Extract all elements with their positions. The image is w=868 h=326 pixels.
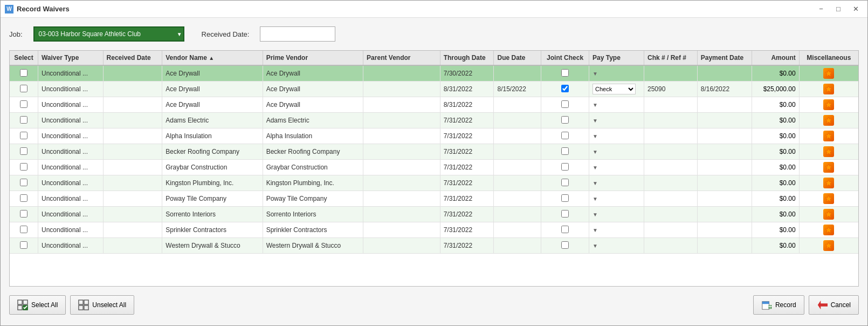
table-row: Unconditional ...Ace DrywallAce Drywall7… [10,65,858,82]
row-received-date [103,97,162,113]
row-joint-check-checkbox[interactable] [561,147,569,155]
row-joint-check-checkbox[interactable] [561,210,569,218]
svg-rect-14 [18,305,22,310]
job-label: Job: [9,30,23,38]
row-parent-vendor [363,128,440,144]
table-row: Unconditional ...Sprinkler ContractorsSp… [10,222,858,238]
row-misc-icon[interactable] [823,178,834,188]
row-payment-date [697,128,752,144]
row-select-checkbox[interactable] [20,116,27,124]
row-received-date [103,207,162,222]
row-misc-icon[interactable] [823,193,834,204]
col-header-miscellaneous: Miscellaneous [799,51,858,65]
row-select-checkbox[interactable] [20,163,27,171]
row-select-checkbox[interactable] [20,194,27,202]
row-misc-icon[interactable] [823,131,834,141]
svg-marker-2 [825,101,832,108]
row-joint-check-checkbox[interactable] [561,100,569,108]
close-button[interactable]: ✕ [848,3,863,15]
row-misc-icon[interactable] [823,225,834,235]
row-waiver-type: Unconditional ... [38,65,103,82]
row-joint-check-checkbox[interactable] [561,194,569,202]
row-select-checkbox[interactable] [20,179,27,186]
minimize-button[interactable]: − [814,3,829,15]
row-misc-icon[interactable] [823,146,834,157]
row-waiver-type: Unconditional ... [38,207,103,222]
row-chk-ref: 25090 [644,82,698,97]
maximize-button[interactable]: □ [831,3,846,15]
row-due-date [494,144,541,160]
row-pay-type-arrow: ▼ [593,71,598,77]
row-through-date: 7/31/2022 [440,128,494,144]
row-parent-vendor [363,160,440,175]
row-misc-icon[interactable] [823,99,834,110]
main-window: W Record Waivers − □ ✕ Job: 03-003 Harbo… [0,0,868,326]
row-select-checkbox[interactable] [20,100,27,108]
row-amount: $25,000.00 [752,82,800,97]
table-row: Unconditional ...Sorrento InteriorsSorre… [10,207,858,222]
row-received-date [103,160,162,175]
unselect-all-icon [78,300,89,310]
row-payment-date [697,175,752,191]
record-button[interactable]: Record [753,295,804,315]
row-received-date [103,238,162,254]
row-misc-icon[interactable] [823,162,834,173]
row-parent-vendor [363,65,440,82]
row-pay-type-select[interactable]: Check [593,84,636,94]
row-select-checkbox[interactable] [20,69,27,77]
row-chk-ref [644,207,698,222]
row-vendor-name: Alpha Insulation [162,128,263,144]
row-pay-type-arrow: ▼ [593,243,598,249]
unselect-all-button[interactable]: Unselect All [70,295,134,315]
svg-rect-12 [18,300,22,304]
row-waiver-type: Unconditional ... [38,82,103,97]
row-chk-ref [644,238,698,254]
row-chk-ref [644,65,698,82]
row-joint-check-checkbox[interactable] [561,69,569,77]
row-select-checkbox[interactable] [20,226,27,233]
cancel-button[interactable]: Cancel [809,295,859,315]
row-parent-vendor [363,113,440,128]
row-pay-type-arrow: ▼ [593,165,598,171]
received-date-input[interactable] [260,26,335,42]
row-misc-icon[interactable] [823,115,834,126]
row-amount: $0.00 [752,160,800,175]
row-parent-vendor [363,222,440,238]
row-select-checkbox[interactable] [20,210,27,218]
row-joint-check-checkbox[interactable] [561,163,569,171]
row-through-date: 7/31/2022 [440,160,494,175]
row-prime-vendor: Sorrento Interiors [263,207,363,222]
row-joint-check-checkbox[interactable] [561,85,569,92]
row-prime-vendor: Adams Electric [263,113,363,128]
row-joint-check-checkbox[interactable] [561,179,569,186]
row-select-checkbox[interactable] [20,241,27,249]
footer: Select All Unselect All [9,293,859,317]
select-all-button[interactable]: Select All [9,295,66,315]
row-joint-check-checkbox[interactable] [561,241,569,249]
row-due-date [494,160,541,175]
col-header-through-date: Through Date [440,51,494,65]
toolbar: Job: 03-003 Harbor Square Athletic Club … [9,26,859,42]
row-select-checkbox[interactable] [20,147,27,155]
row-received-date [103,175,162,191]
row-due-date [494,207,541,222]
row-misc-icon[interactable] [823,240,834,251]
row-select-checkbox[interactable] [20,85,27,92]
row-vendor-name: Ace Drywall [162,97,263,113]
row-pay-type: ▼ [589,97,644,113]
row-joint-check-checkbox[interactable] [561,226,569,233]
row-misc-icon[interactable] [823,68,834,79]
row-misc-icon[interactable] [823,209,834,220]
col-header-parent-vendor: Parent Vendor [363,51,440,65]
row-misc-icon[interactable] [823,84,834,94]
row-select-checkbox[interactable] [20,132,27,139]
row-pay-type: ▼ [589,160,644,175]
cancel-icon [817,300,828,310]
svg-rect-13 [23,300,27,304]
select-all-label: Select All [31,301,58,309]
svg-marker-25 [817,301,827,309]
job-dropdown[interactable]: 03-003 Harbor Square Athletic Club [33,26,184,42]
row-joint-check-checkbox[interactable] [561,116,569,124]
row-joint-check-checkbox[interactable] [561,132,569,139]
row-pay-type: ▼ [589,207,644,222]
